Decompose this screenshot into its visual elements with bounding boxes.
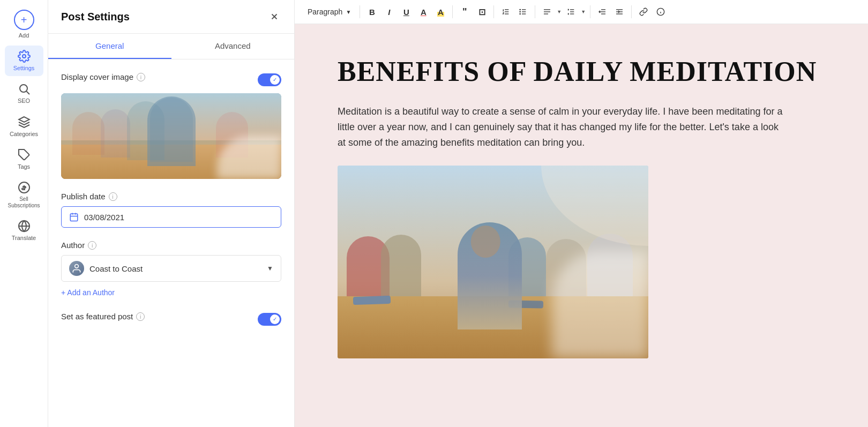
svg-point-15 xyxy=(75,265,79,268)
sidebar-item-categories-label: Categories xyxy=(10,131,38,138)
tag-icon xyxy=(18,148,31,161)
author-info-icon[interactable]: i xyxy=(88,241,96,250)
bold-button[interactable]: B xyxy=(364,4,379,19)
toolbar-divider-2 xyxy=(452,5,453,18)
globe-icon xyxy=(18,220,31,233)
sidebar-item-tags[interactable]: Tags xyxy=(5,144,43,175)
publish-date-label: Publish date i xyxy=(61,192,281,201)
publish-date-info-icon[interactable]: i xyxy=(109,192,117,201)
featured-post-label: Set as featured post i xyxy=(61,312,145,321)
paragraph-select[interactable]: Paragraph ▼ xyxy=(303,5,355,18)
tab-general[interactable]: General xyxy=(48,34,171,59)
article-title: BENEFITS OF DAILY MEDITATION xyxy=(338,56,825,87)
sidebar-item-settings[interactable]: Settings xyxy=(5,46,43,76)
panel-title: Post Settings xyxy=(61,11,130,23)
add-author-label: + Add an Author xyxy=(61,288,115,297)
author-avatar xyxy=(69,261,84,276)
font-color-button[interactable]: A xyxy=(416,4,431,19)
sidebar-item-settings-label: Settings xyxy=(13,65,35,72)
sidebar-item-sell-subscriptions-label: SellSubscriptions xyxy=(8,196,40,209)
display-cover-image-row: Display cover image i xyxy=(61,72,281,87)
svg-point-0 xyxy=(23,55,26,58)
toolbar-divider-6 xyxy=(631,5,632,18)
publish-date-input-wrap[interactable] xyxy=(61,206,281,228)
display-cover-image-toggle[interactable] xyxy=(258,73,281,86)
sidebar-item-categories[interactable]: Categories xyxy=(5,111,43,142)
svg-point-23 xyxy=(520,11,520,12)
article-area: BENEFITS OF DAILY MEDITATION Meditation … xyxy=(295,24,868,427)
panel-header: Post Settings xyxy=(48,0,294,34)
gear-icon xyxy=(18,50,31,63)
publish-date-section: Publish date i xyxy=(61,192,281,228)
quote-button[interactable]: " xyxy=(457,4,472,19)
sidebar-item-add[interactable]: + Add xyxy=(5,5,43,43)
sidebar-item-add-label: Add xyxy=(19,32,29,39)
display-cover-image-section: Display cover image i xyxy=(61,72,281,179)
svg-rect-11 xyxy=(70,214,78,221)
featured-post-info-icon[interactable]: i xyxy=(136,312,145,321)
svg-point-22 xyxy=(520,9,520,10)
featured-post-section: Set as featured post i xyxy=(61,312,281,326)
display-cover-image-label: Display cover image i xyxy=(61,72,145,81)
author-section: Author i Coast to Coast ▼ + Add an Autho… xyxy=(61,241,281,299)
toolbar-divider-5 xyxy=(590,5,590,18)
info-button[interactable] xyxy=(653,4,668,19)
post-settings-panel: Post Settings General Advanced Display c… xyxy=(48,0,295,427)
display-cover-image-info-icon[interactable]: i xyxy=(137,73,145,81)
sidebar-item-translate[interactable]: Translate xyxy=(5,215,43,246)
svg-line-2 xyxy=(26,92,29,95)
left-navigation: + Add Settings SEO Categories Tags xyxy=(0,0,48,427)
indent-button[interactable] xyxy=(612,4,627,19)
svg-point-24 xyxy=(520,13,520,14)
link-button[interactable] xyxy=(636,4,651,19)
close-button[interactable] xyxy=(267,10,281,24)
panel-content: Display cover image i xyxy=(48,59,294,339)
paragraph-chevron-icon: ▼ xyxy=(346,9,351,15)
toolbar-divider-4 xyxy=(535,5,535,18)
article-intro: Meditation is a beautiful way to create … xyxy=(338,104,788,150)
tabs: General Advanced xyxy=(48,34,294,59)
author-name: Coast to Coast xyxy=(89,264,261,273)
featured-post-row: Set as featured post i xyxy=(61,312,281,326)
featured-post-toggle[interactable] xyxy=(258,313,281,326)
outdent-button[interactable] xyxy=(595,4,610,19)
toolbar-divider-3 xyxy=(493,5,494,18)
italic-button[interactable]: I xyxy=(381,4,396,19)
tab-advanced[interactable]: Advanced xyxy=(171,34,295,59)
author-label: Author i xyxy=(61,241,281,250)
align-button[interactable] xyxy=(540,4,555,19)
svg-point-1 xyxy=(20,85,27,92)
toolbar-divider-1 xyxy=(360,5,360,18)
grid-icon xyxy=(18,116,31,129)
spacing-chevron-icon: ▼ xyxy=(581,9,586,14)
editor-toolbar: Paragraph ▼ B I U A A " ⊡ ▼ ▼ xyxy=(295,0,868,24)
add-author-button[interactable]: + Add an Author xyxy=(61,286,115,299)
highlight-button[interactable]: A xyxy=(433,4,448,19)
sidebar-item-seo-label: SEO xyxy=(18,98,30,104)
svg-marker-3 xyxy=(19,117,29,122)
cover-image xyxy=(61,93,281,179)
publish-date-field[interactable] xyxy=(84,213,273,222)
sidebar-item-translate-label: Translate xyxy=(12,235,36,242)
ordered-list-button[interactable] xyxy=(498,4,513,19)
sidebar-item-seo[interactable]: SEO xyxy=(5,78,43,109)
author-select[interactable]: Coast to Coast ▼ xyxy=(61,255,281,282)
calendar-icon xyxy=(69,212,79,222)
underline-button[interactable]: U xyxy=(399,4,414,19)
sidebar-item-sell-subscriptions[interactable]: SellSubscriptions xyxy=(5,177,43,213)
search-icon xyxy=(18,83,31,95)
content-area: Paragraph ▼ B I U A A " ⊡ ▼ ▼ xyxy=(295,0,868,427)
embed-button[interactable]: ⊡ xyxy=(474,4,489,19)
plus-icon: + xyxy=(14,10,34,30)
article-image xyxy=(338,166,648,358)
align-chevron-icon: ▼ xyxy=(557,9,562,14)
line-spacing-button[interactable] xyxy=(564,4,579,19)
dollar-icon xyxy=(18,181,31,194)
chevron-down-icon: ▼ xyxy=(267,265,273,272)
unordered-list-button[interactable] xyxy=(515,4,530,19)
sidebar-item-tags-label: Tags xyxy=(18,163,30,170)
